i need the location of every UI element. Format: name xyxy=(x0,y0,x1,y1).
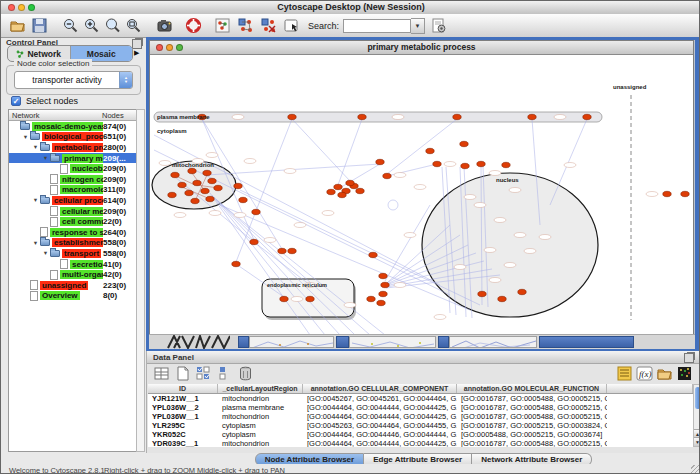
column-header[interactable]: ID xyxy=(148,384,218,393)
tree-row-nitrogen-compo[interactable]: nitrogen compo209(0) xyxy=(9,174,136,185)
table-row[interactable]: YKR052Ccytoplasm[GO:0044464, GO:0044446,… xyxy=(148,430,693,439)
network-node[interactable] xyxy=(206,196,214,201)
network-node[interactable] xyxy=(379,273,387,278)
network-node[interactable] xyxy=(334,184,342,189)
network-node[interactable] xyxy=(278,248,286,253)
table-row[interactable]: YDR039C__1mitochondrion[GO:0044464, GO:0… xyxy=(148,439,693,447)
network-node[interactable] xyxy=(168,192,176,197)
network-node[interactable] xyxy=(433,161,441,166)
column-header[interactable]: _cellularLayoutRegion xyxy=(218,384,303,393)
minimized-window-titlebar[interactable] xyxy=(539,336,634,348)
network-node[interactable] xyxy=(188,168,196,173)
network-node[interactable] xyxy=(367,296,375,301)
destroy-view-icon[interactable] xyxy=(260,17,277,34)
open-attributes-icon[interactable] xyxy=(656,365,673,382)
expand-arrow-icon[interactable]: ▼ xyxy=(31,144,40,150)
tree-row-cellular-process[interactable]: ▼cellular process614(0) xyxy=(9,195,136,206)
help-icon[interactable] xyxy=(185,17,202,34)
network-node[interactable] xyxy=(288,248,296,253)
float-panel-icon[interactable] xyxy=(684,353,694,363)
select-nodes-checkbox[interactable]: ✓ xyxy=(11,96,21,106)
snapshot-icon[interactable] xyxy=(156,17,173,34)
column-header[interactable] xyxy=(607,384,693,393)
network-node[interactable] xyxy=(280,296,288,301)
unselect-all-attributes-icon[interactable] xyxy=(216,365,233,382)
network-node[interactable] xyxy=(358,114,366,119)
network-node[interactable] xyxy=(252,209,260,214)
float-panel-icon[interactable] xyxy=(132,39,142,49)
network-node[interactable] xyxy=(498,296,506,301)
network-node[interactable] xyxy=(377,300,385,305)
tree-row-mosaic-demo-yeast[interactable]: mosaic-demo-yeast874(0) xyxy=(9,121,136,132)
network-edge[interactable] xyxy=(338,119,362,185)
network-node[interactable] xyxy=(191,198,199,203)
self-loop-edge[interactable] xyxy=(388,200,398,210)
network-node[interactable] xyxy=(381,282,389,287)
expand-arrow-icon[interactable]: ▼ xyxy=(21,134,30,140)
network-node[interactable] xyxy=(193,180,201,185)
change-view-icon[interactable] xyxy=(214,17,231,34)
open-file-icon[interactable] xyxy=(9,17,26,34)
node-color-dropdown[interactable]: transporter activity ▲▼ xyxy=(14,71,133,89)
network-node[interactable] xyxy=(681,191,689,196)
network-node[interactable] xyxy=(528,114,536,119)
tree-row-overview[interactable]: Overview8(0) xyxy=(9,291,136,302)
save-session-icon[interactable] xyxy=(31,17,48,34)
tree-scrollbar[interactable] xyxy=(136,109,145,452)
network-node[interactable] xyxy=(232,261,240,266)
network-node[interactable] xyxy=(383,173,391,178)
network-node[interactable] xyxy=(453,114,461,119)
network-node[interactable] xyxy=(203,170,211,175)
zoom-out-icon[interactable] xyxy=(62,17,79,34)
network-node[interactable] xyxy=(185,190,193,195)
network-node[interactable] xyxy=(426,148,434,153)
zoom-fit-icon[interactable] xyxy=(125,17,142,34)
background-window-preview[interactable] xyxy=(349,336,436,348)
network-edge[interactable] xyxy=(154,135,440,285)
tree-row-biological-process[interactable]: ▼biological_process651(0) xyxy=(9,132,136,143)
tree-row-secretion[interactable]: secretion41(0) xyxy=(9,259,136,270)
annotation-icon[interactable] xyxy=(283,17,300,34)
zoom-selected-icon[interactable] xyxy=(104,17,121,34)
tree-row-primary-metabo[interactable]: ▼primary metabo209(... xyxy=(9,153,136,164)
search-input[interactable] xyxy=(343,19,411,33)
network-view-titlebar[interactable]: primary metabolic process xyxy=(150,41,693,55)
delete-attribute-icon[interactable] xyxy=(237,365,254,382)
background-window-titlebar[interactable] xyxy=(438,336,449,348)
network-node[interactable] xyxy=(214,185,222,190)
create-attribute-icon[interactable] xyxy=(174,365,191,382)
network-node[interactable] xyxy=(306,296,314,301)
tree-row-cellular-metabo[interactable]: cellular metabo209(0) xyxy=(9,206,136,217)
network-node[interactable] xyxy=(663,191,671,196)
matrix-icon[interactable] xyxy=(676,365,693,382)
table-row[interactable]: YPL036W__1mitochondrion[GO:0044464, GO:0… xyxy=(148,412,693,421)
table-row[interactable]: YPL036W__2plasma membrane[GO:0044464, GO… xyxy=(148,403,693,412)
tree-row-metabolic-process[interactable]: ▼metabolic process280(0) xyxy=(9,142,136,153)
formula-builder-icon[interactable]: f(x) xyxy=(636,365,653,382)
network-node[interactable] xyxy=(346,180,354,185)
scrollbar-thumb[interactable] xyxy=(695,387,700,409)
network-node[interactable] xyxy=(327,189,335,194)
network-node[interactable] xyxy=(234,183,242,188)
tree-row-cell-communicat[interactable]: cell communicat22(0) xyxy=(9,216,136,227)
network-edge[interactable] xyxy=(292,119,350,181)
tree-row-establishment-of-lo[interactable]: ▼establishment of lo558(0) xyxy=(9,238,136,249)
network-node[interactable] xyxy=(502,162,510,167)
column-header[interactable]: annotation.GO MOLECULAR_FUNCTION xyxy=(457,384,607,393)
expand-arrow-icon[interactable]: ▼ xyxy=(31,197,40,203)
table-row[interactable]: YLR295Ccytoplasm[GO:0045263, GO:0044464,… xyxy=(148,421,693,430)
expand-arrow-icon[interactable]: ▼ xyxy=(31,240,40,246)
import-table-icon[interactable] xyxy=(616,365,633,382)
table-row[interactable]: YJR121W__1mitochondrion[GO:0045267, GO:0… xyxy=(148,394,693,403)
network-canvas[interactable]: plasma membranecytoplasmmitochondrionnuc… xyxy=(150,55,693,334)
attribute-table[interactable]: ID_cellularLayoutRegionannotation.GO CEL… xyxy=(148,384,693,447)
resize-grip[interactable] xyxy=(691,465,700,474)
create-view-icon[interactable] xyxy=(237,17,254,34)
network-node[interactable] xyxy=(288,114,296,119)
zoom-in-icon[interactable] xyxy=(83,17,100,34)
background-window-titlebar[interactable] xyxy=(238,336,249,348)
column-header[interactable]: annotation.GO CELLULAR_COMPONENT xyxy=(303,384,457,393)
network-node[interactable] xyxy=(239,197,247,202)
network-node[interactable] xyxy=(338,192,346,197)
tree-row-response-to-stimulu[interactable]: response to stimulu264(0) xyxy=(9,227,136,238)
